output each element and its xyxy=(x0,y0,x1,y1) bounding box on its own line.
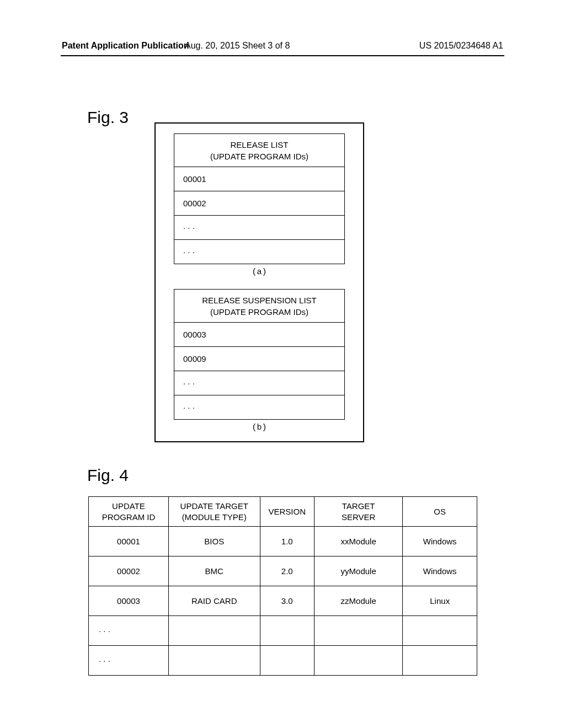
suspension-list-row: 00009 xyxy=(174,347,345,371)
fig4-header-version: VERSION xyxy=(260,497,314,527)
fig4-cell-id: · · · xyxy=(89,646,169,676)
release-list-caption: (a) xyxy=(156,267,363,277)
suspension-list-header-l2: (UPDATE PROGRAM IDs) xyxy=(210,307,308,317)
fig3-container: RELEASE LIST (UPDATE PROGRAM IDs) 00001 … xyxy=(154,122,364,442)
fig4-row: 00002 BMC 2.0 yyModule Windows xyxy=(89,556,477,586)
suspension-list-table: RELEASE SUSPENSION LIST (UPDATE PROGRAM … xyxy=(174,289,345,420)
fig4-header-id: UPDATE PROGRAM ID xyxy=(89,497,169,527)
suspension-list-header-l1: RELEASE SUSPENSION LIST xyxy=(202,296,317,305)
fig4-cell-target xyxy=(168,646,260,676)
release-list-table: RELEASE LIST (UPDATE PROGRAM IDs) 00001 … xyxy=(174,133,345,264)
fig4-cell-target: RAID CARD xyxy=(168,586,260,616)
release-list-header: RELEASE LIST (UPDATE PROGRAM IDs) xyxy=(174,134,345,167)
fig4-row: · · · xyxy=(89,616,477,646)
fig4-cell-target xyxy=(168,616,260,646)
fig4-header-target: UPDATE TARGET (MODULE TYPE) xyxy=(168,497,260,527)
fig4-cell-target: BMC xyxy=(168,556,260,586)
suspension-list-header: RELEASE SUSPENSION LIST (UPDATE PROGRAM … xyxy=(174,290,345,323)
suspension-list-caption: (b) xyxy=(156,423,363,432)
fig4-cell-server: xxModule xyxy=(314,527,402,556)
header-left: Patent Application Publication xyxy=(62,41,189,51)
fig4-header-server-l1: TARGET xyxy=(342,501,375,511)
fig4-cell-os xyxy=(403,646,477,676)
release-list-header-l2: (UPDATE PROGRAM IDs) xyxy=(210,152,308,161)
fig4-header-id-l1: UPDATE xyxy=(112,501,145,511)
release-list-header-l1: RELEASE LIST xyxy=(230,140,288,149)
fig4-header-id-l2: PROGRAM ID xyxy=(102,512,156,522)
release-list-row: 00002 xyxy=(174,191,345,216)
header-mid: Aug. 20, 2015 Sheet 3 of 8 xyxy=(185,41,290,51)
fig4-cell-os: Linux xyxy=(403,586,477,616)
suspension-list-row: · · · xyxy=(174,395,345,420)
fig4-cell-version: 2.0 xyxy=(260,556,314,586)
fig4-cell-id: 00003 xyxy=(89,586,169,616)
fig4-cell-version xyxy=(260,646,314,676)
fig4-cell-server: yyModule xyxy=(314,556,402,586)
fig4-cell-os: Windows xyxy=(403,556,477,586)
fig4-row: 00001 BIOS 1.0 xxModule Windows xyxy=(89,527,477,556)
fig4-cell-id: · · · xyxy=(89,616,169,646)
release-list-row: 00001 xyxy=(174,167,345,191)
fig4-table: UPDATE PROGRAM ID UPDATE TARGET (MODULE … xyxy=(88,496,477,676)
fig4-cell-version: 1.0 xyxy=(260,527,314,556)
fig4-cell-os: Windows xyxy=(403,527,477,556)
fig4-header-target-l2: (MODULE TYPE) xyxy=(182,512,247,522)
fig4-cell-target: BIOS xyxy=(168,527,260,556)
fig4-label: Fig. 4 xyxy=(87,466,129,485)
fig4-row: 00003 RAID CARD 3.0 zzModule Linux xyxy=(89,586,477,616)
fig4-cell-server: zzModule xyxy=(314,586,402,616)
fig4-cell-server xyxy=(314,646,402,676)
fig4-header-server-l2: SERVER xyxy=(342,512,375,522)
fig4-header-target-l1: UPDATE TARGET xyxy=(180,501,248,511)
fig4-header-server: TARGET SERVER xyxy=(314,497,402,527)
fig3-label: Fig. 3 xyxy=(87,108,129,127)
fig4-cell-os xyxy=(403,616,477,646)
header-rule xyxy=(61,55,504,56)
fig4-cell-id: 00001 xyxy=(89,527,169,556)
fig4-cell-id: 00002 xyxy=(89,556,169,586)
suspension-list-row: 00003 xyxy=(174,323,345,347)
fig4-header-os: OS xyxy=(403,497,477,527)
suspension-list-row: · · · xyxy=(174,371,345,395)
release-list-row: · · · xyxy=(174,216,345,240)
fig4-row: · · · xyxy=(89,646,477,676)
fig4-cell-server xyxy=(314,616,402,646)
header-right: US 2015/0234648 A1 xyxy=(419,41,503,51)
fig4-cell-version: 3.0 xyxy=(260,586,314,616)
release-list-row: · · · xyxy=(174,240,345,264)
fig4-cell-version xyxy=(260,616,314,646)
